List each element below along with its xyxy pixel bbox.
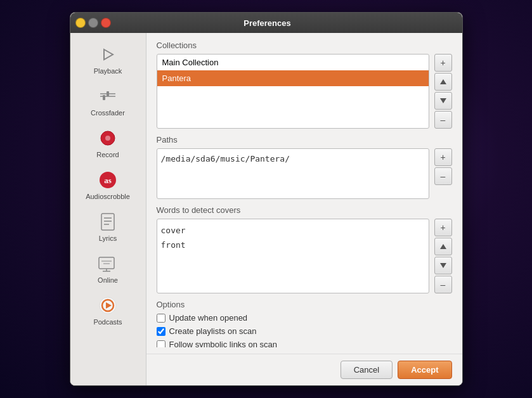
words-add-button[interactable]: + (434, 219, 452, 236)
online-icon (96, 252, 119, 275)
sidebar-label-podcasts: Podcasts (93, 318, 122, 326)
checkbox-follow-symlinks[interactable] (157, 340, 165, 348)
paths-remove-button[interactable]: – (434, 167, 452, 185)
podcasts-icon (96, 294, 119, 317)
options-body: Update when opened Create playlists on s… (157, 313, 452, 347)
svg-rect-9 (101, 214, 114, 230)
sidebar-item-record[interactable]: Record (70, 122, 146, 164)
sidebar-item-online[interactable]: Online (70, 247, 146, 289)
close-button[interactable] (101, 18, 111, 28)
accept-button[interactable]: Accept (398, 361, 451, 379)
svg-rect-3 (107, 91, 109, 96)
cancel-button[interactable]: Cancel (341, 361, 393, 379)
sidebar-item-crossfader[interactable]: Crossfader (70, 80, 146, 122)
svg-text:as: as (104, 176, 112, 185)
list-item-main-collection[interactable]: Main Collection (157, 55, 429, 70)
sidebar-label-online: Online (98, 276, 118, 284)
sidebar-label-lyrics: Lyrics (99, 234, 117, 242)
audioscrobble-icon: as (96, 169, 119, 191)
paths-section: Paths /media/sda6/music/Pantera/ + – (157, 135, 452, 199)
collections-add-button[interactable]: + (434, 54, 452, 72)
collections-body: Main Collection Pantera + – (157, 54, 452, 129)
right-panel: Collections Main Collection Pantera + (146, 33, 462, 385)
svg-rect-13 (99, 257, 114, 269)
option-follow-symlinks-label: Follow symbolic links on scan (169, 340, 278, 347)
paths-add-button[interactable]: + (434, 148, 452, 166)
collections-buttons: + – (434, 54, 452, 129)
option-follow-symlinks[interactable]: Follow symbolic links on scan (157, 340, 452, 347)
words-title: Words to detect covers (157, 205, 452, 215)
play-icon (96, 43, 119, 66)
collections-list: Main Collection Pantera (157, 54, 429, 129)
svg-marker-0 (104, 49, 113, 60)
titlebar: Preferences (70, 13, 462, 33)
crossfader-icon (96, 85, 119, 108)
paths-title: Paths (157, 135, 452, 144)
option-update-when-opened[interactable]: Update when opened (157, 313, 452, 323)
list-item-pantera[interactable]: Pantera (157, 70, 429, 86)
collections-down-button[interactable] (434, 92, 452, 110)
maximize-button[interactable] (88, 18, 98, 28)
window-title: Preferences (111, 18, 424, 28)
sidebar-label-playback: Playback (94, 67, 122, 75)
sidebar-item-lyrics[interactable]: Lyrics (70, 205, 146, 247)
option-create-playlists-label: Create playlists on scan (169, 326, 257, 336)
sidebar-item-playback[interactable]: Playback (70, 38, 146, 80)
collections-title: Collections (157, 41, 452, 50)
words-section: Words to detect covers cover front + – (157, 205, 452, 293)
svg-marker-23 (440, 244, 446, 249)
sidebar-label-audioscrobble: Audioscrobble (86, 193, 130, 200)
preferences-window: Preferences Playback (70, 12, 463, 386)
words-remove-button[interactable]: – (434, 276, 452, 293)
sidebar-label-record: Record (96, 151, 119, 158)
svg-marker-24 (440, 263, 446, 268)
svg-rect-4 (103, 95, 105, 100)
collections-section: Collections Main Collection Pantera + (157, 41, 452, 129)
record-icon (96, 127, 119, 150)
sidebar-item-podcasts[interactable]: Podcasts (70, 289, 146, 331)
svg-marker-21 (440, 79, 446, 84)
words-body: cover front + – (157, 219, 452, 293)
collections-up-button[interactable] (434, 73, 452, 91)
svg-point-6 (105, 136, 110, 141)
svg-marker-22 (440, 98, 446, 103)
words-textarea[interactable]: cover front (157, 219, 429, 293)
words-up-button[interactable] (434, 238, 452, 255)
sidebar: Playback Crossfader (70, 33, 146, 385)
words-down-button[interactable] (434, 257, 452, 274)
sidebar-item-audioscrobble[interactable]: as Audioscrobble (70, 164, 146, 205)
paths-textarea[interactable]: /media/sda6/music/Pantera/ (157, 148, 429, 199)
collections-remove-button[interactable]: – (434, 111, 452, 129)
minimize-button[interactable] (75, 18, 86, 28)
titlebar-buttons (75, 18, 111, 28)
paths-buttons: + – (434, 148, 452, 199)
window-body: Playback Crossfader (70, 33, 462, 385)
footer: Cancel Accept (146, 354, 462, 385)
checkbox-create-playlists[interactable] (157, 327, 165, 336)
checkbox-update-when-opened[interactable] (157, 314, 165, 323)
option-update-when-opened-label: Update when opened (169, 313, 248, 323)
options-section: Options Update when opened Create playli… (157, 300, 452, 347)
sidebar-label-crossfader: Crossfader (91, 109, 125, 117)
paths-body: /media/sda6/music/Pantera/ + – (157, 148, 452, 199)
option-create-playlists[interactable]: Create playlists on scan (157, 326, 452, 336)
words-buttons: + – (434, 219, 452, 293)
options-title: Options (157, 300, 452, 309)
lyrics-icon (96, 210, 119, 233)
